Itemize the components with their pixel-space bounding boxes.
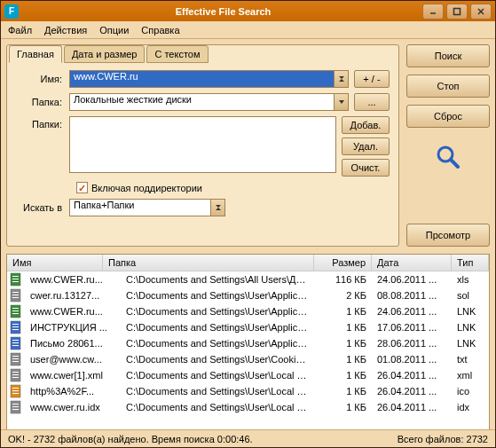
svg-rect-34 (12, 361, 19, 362)
svg-marker-8 (216, 208, 221, 210)
svg-rect-36 (12, 372, 19, 373)
cell-date: 24.06.2011 ... (372, 305, 452, 318)
window: F Effective File Search Файл Действия Оп… (0, 0, 496, 448)
menu-help[interactable]: Справка (141, 25, 179, 35)
cell-path: C:\Documents and Settings\User\Local Set… (121, 369, 314, 381)
table-row[interactable]: http%3A%2F...C:\Documents and Settings\U… (7, 383, 489, 399)
svg-rect-45 (12, 406, 19, 407)
svg-rect-22 (12, 313, 19, 314)
cell-type: LNK (452, 305, 489, 318)
search-panel: Главная Дата и размер С текстом Имя: www… (6, 44, 399, 247)
name-input[interactable]: www.CWER.ru (69, 70, 335, 88)
svg-rect-25 (12, 326, 19, 327)
col-type[interactable]: Тип (452, 255, 489, 271)
col-size[interactable]: Размер (314, 255, 372, 271)
cell-date: 17.06.2011 ... (372, 321, 452, 334)
add-folder-button[interactable]: Добав. (342, 116, 390, 134)
cell-name: Письмо 28061... (25, 337, 121, 350)
searchin-dropdown[interactable] (211, 199, 225, 216)
svg-rect-1 (454, 8, 461, 14)
browse-button[interactable]: ... (354, 93, 390, 111)
clear-folders-button[interactable]: Очист. (342, 159, 390, 177)
menu-file[interactable]: Файл (8, 25, 32, 35)
stop-button[interactable]: Стоп (406, 75, 490, 98)
titlebar: F Effective File Search (1, 1, 495, 21)
search-button[interactable]: Поиск (406, 44, 490, 67)
cell-name: www.cwer[1].xml (25, 369, 121, 381)
svg-marker-7 (216, 205, 221, 208)
preview-button[interactable]: Прсомотр (406, 224, 490, 247)
file-icon (9, 352, 23, 366)
table-row[interactable]: cwer.ru.13127...C:\Documents and Setting… (7, 287, 489, 303)
folder-dropdown[interactable] (335, 93, 349, 111)
cell-name: www.cwer.ru.idx (25, 401, 121, 413)
status-left: OK! - 2732 файлов(а) найдено. Время поис… (8, 434, 253, 444)
cell-type: sol (452, 289, 489, 302)
plus-minus-button[interactable]: + / - (354, 70, 390, 88)
svg-rect-18 (12, 297, 19, 298)
searchin-select[interactable]: Папка+Папки (69, 199, 211, 216)
cell-name: http%3A%2F... (25, 385, 121, 397)
col-name[interactable]: Имя (7, 255, 103, 271)
table-row[interactable]: Письмо 28061...C:\Documents and Settings… (7, 335, 489, 351)
menu-options[interactable]: Опции (99, 25, 129, 35)
table-row[interactable]: www.cwer[1].xmlC:\Documents and Settings… (7, 367, 489, 383)
cell-date: 01.08.2011 ... (372, 353, 452, 365)
tab-main[interactable]: Главная (9, 45, 62, 63)
reset-button[interactable]: Сброс (406, 105, 490, 128)
cell-type: ico (452, 385, 489, 397)
folder-select[interactable]: Локальные жесткие диски (69, 93, 335, 111)
maximize-button[interactable] (446, 4, 468, 20)
magnify-icon (435, 144, 461, 172)
cell-name: user@www.cw... (25, 353, 121, 365)
folder-label: Папка: (16, 97, 69, 107)
cell-date: 26.04.2011 ... (372, 385, 452, 397)
cell-size: 1 КБ (314, 385, 372, 397)
file-icon (9, 384, 23, 398)
cell-type: idx (452, 401, 489, 413)
table-row[interactable]: www.cwer.ru.idxC:\Documents and Settings… (7, 399, 489, 415)
file-icon (9, 336, 23, 350)
close-button[interactable] (470, 4, 492, 20)
remove-folder-button[interactable]: Удал. (342, 138, 390, 155)
cell-date: 08.08.2011 ... (372, 289, 452, 302)
svg-rect-16 (12, 292, 19, 293)
cell-type: LNK (452, 337, 489, 350)
table-row[interactable]: www.CWER.ru...C:\Documents and Settings\… (7, 303, 489, 319)
menu-actions[interactable]: Действия (44, 25, 87, 35)
svg-rect-41 (12, 390, 19, 391)
folders-list[interactable] (69, 116, 336, 173)
file-icon (9, 400, 23, 414)
table-row[interactable]: user@www.cw...C:\Documents and Settings\… (7, 351, 489, 367)
svg-rect-37 (12, 374, 19, 375)
table-row[interactable]: ИНСТРУКЦИЯ ...C:\Documents and Settings\… (7, 319, 489, 335)
svg-rect-40 (12, 388, 19, 389)
col-path[interactable]: Папка (103, 255, 314, 271)
cell-date: 28.06.2011 ... (372, 337, 452, 350)
table-row[interactable]: www.CWER.ru...C:\Documents and Settings\… (7, 271, 489, 287)
svg-rect-14 (12, 281, 19, 282)
svg-marker-4 (339, 76, 344, 79)
svg-line-10 (451, 160, 458, 167)
cell-path: C:\Documents and Settings\User\Applicati… (121, 337, 314, 350)
minimize-button[interactable] (422, 4, 444, 20)
cell-path: C:\Documents and Settings\User\Applicati… (121, 289, 314, 302)
svg-rect-33 (12, 358, 19, 359)
svg-rect-30 (12, 345, 19, 346)
svg-rect-24 (12, 324, 19, 325)
cell-size: 2 КБ (314, 289, 372, 302)
cell-size: 1 КБ (314, 321, 372, 334)
svg-rect-32 (12, 356, 19, 357)
file-icon (9, 320, 23, 334)
cell-date: 26.04.2011 ... (372, 369, 452, 381)
svg-rect-46 (12, 409, 19, 410)
tab-date-size[interactable]: Дата и размер (64, 45, 146, 63)
tab-with-text[interactable]: С текстом (146, 45, 208, 63)
cell-type: xml (452, 369, 489, 381)
subdirs-checkbox[interactable] (76, 182, 88, 193)
cell-name: www.CWER.ru... (25, 305, 121, 318)
col-date[interactable]: Дата (372, 255, 452, 271)
cell-size: 1 КБ (314, 353, 372, 365)
name-dropdown[interactable] (335, 70, 349, 88)
searchin-label: Искать в (23, 202, 69, 213)
